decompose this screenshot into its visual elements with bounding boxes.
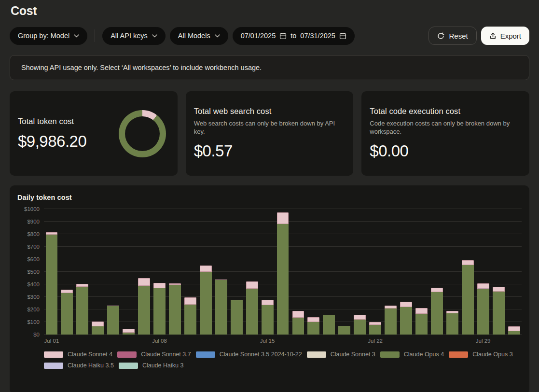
date-start-input[interactable]: 07/01/2025: [241, 32, 276, 40]
bar-jul-25[interactable]: [414, 209, 429, 335]
filter-bar: Group by: Model All API keys All Models …: [10, 27, 529, 45]
bar-jul-18[interactable]: [306, 209, 321, 335]
bar-jul-07[interactable]: [137, 209, 152, 335]
reset-icon: [437, 32, 444, 40]
bar-segment-claude-opus-4: [107, 306, 119, 335]
legend-swatch: [44, 363, 63, 369]
y-tick-label: $0: [33, 332, 40, 337]
date-end-input[interactable]: 07/31/2025: [300, 32, 335, 40]
daily-token-cost-chart: $0$100$200$300$400$500$600$700$800$900$1…: [17, 209, 522, 335]
token-cost-donut-chart[interactable]: [119, 110, 166, 157]
bar-jul-06[interactable]: [121, 209, 137, 335]
bar-jul-10[interactable]: [182, 209, 198, 335]
bar-jul-16[interactable]: [275, 209, 290, 335]
bar-jul-27[interactable]: [444, 209, 460, 335]
bar-segment-claude-sonnet-4: [184, 297, 196, 305]
legend-swatch: [119, 363, 138, 369]
bar-jul-24[interactable]: [399, 209, 414, 335]
bar-segment-claude-opus-4: [277, 224, 289, 335]
legend-label: Claude Opus 3: [472, 351, 512, 358]
x-tick-label: Jul 01: [44, 338, 59, 344]
bar-segment-claude-opus-4: [323, 315, 335, 335]
calendar-icon[interactable]: [339, 32, 346, 40]
plot-area: [44, 209, 522, 335]
x-tick-label: Jul 22: [368, 338, 383, 344]
api-keys-dropdown[interactable]: All API keys: [102, 27, 166, 45]
api-keys-dropdown-label: All API keys: [111, 32, 148, 40]
export-button[interactable]: Export: [481, 27, 529, 45]
bar-jul-17[interactable]: [290, 209, 306, 335]
bar-segment-claude-sonnet-4: [123, 329, 135, 333]
bar-jul-02[interactable]: [59, 209, 75, 335]
models-dropdown[interactable]: All Models: [170, 27, 228, 45]
bar-segment-claude-sonnet-4: [354, 315, 366, 320]
y-tick-label: $300: [27, 294, 40, 300]
bar-segment-claude-opus-4: [493, 292, 505, 335]
bar-jul-23[interactable]: [383, 209, 399, 335]
date-range-picker[interactable]: 07/01/2025 to 07/31/2025: [233, 27, 355, 45]
y-tick-label: $400: [27, 281, 40, 287]
group-by-dropdown[interactable]: Group by: Model: [10, 27, 87, 45]
bar-segment-claude-sonnet-4: [431, 288, 443, 292]
reset-button[interactable]: Reset: [428, 27, 476, 45]
bar-segment-claude-opus-4: [446, 313, 458, 335]
bar-jul-09[interactable]: [167, 209, 183, 335]
x-tick-label: Jul 29: [476, 338, 491, 344]
y-tick-label: $1000: [24, 206, 40, 212]
bar-jul-12[interactable]: [213, 209, 229, 335]
code-execution-cost-description: Code execution costs can only be broken …: [370, 120, 514, 136]
x-tick-label: Jul 15: [260, 338, 275, 344]
bar-segment-claude-opus-4: [169, 285, 181, 335]
legend-label: Claude Sonnet 3: [331, 351, 375, 358]
web-search-cost-value: $0.57: [194, 142, 346, 160]
bar-jul-04[interactable]: [90, 209, 106, 335]
bar-jul-03[interactable]: [75, 209, 90, 335]
y-tick-label: $900: [27, 219, 40, 224]
bar-segment-claude-opus-4: [508, 331, 520, 335]
usage-info-banner-text: Showing API usage only. Select ‘All work…: [21, 64, 262, 71]
bar-jul-26[interactable]: [429, 209, 444, 335]
bar-jul-05[interactable]: [106, 209, 121, 335]
web-search-cost-card: Total web search cost Web search costs c…: [186, 91, 354, 176]
bar-jul-20[interactable]: [337, 209, 352, 335]
legend-item-claude-opus-4: Claude Opus 4: [380, 351, 444, 358]
bar-jul-31[interactable]: [506, 209, 522, 335]
bar-jul-14[interactable]: [244, 209, 260, 335]
y-tick-label: $800: [27, 231, 40, 237]
bar-segment-claude-sonnet-4: [508, 326, 520, 331]
legend-item-claude-opus-3: Claude Opus 3: [449, 351, 512, 358]
bar-segment-claude-sonnet-4: [138, 278, 150, 286]
bar-segment-claude-opus-4: [431, 292, 443, 335]
legend-item-claude-haiku-3: Claude Haiku 3: [119, 362, 183, 369]
bar-segment-claude-sonnet-4: [462, 260, 474, 265]
bar-jul-28[interactable]: [460, 209, 475, 335]
bar-jul-30[interactable]: [491, 209, 506, 335]
bar-jul-11[interactable]: [198, 209, 213, 335]
total-token-cost-value: $9,986.20: [18, 132, 86, 151]
bar-jul-13[interactable]: [229, 209, 244, 335]
total-token-cost-title: Total token cost: [18, 117, 86, 126]
bars-container: [44, 209, 522, 335]
bar-segment-claude-sonnet-4: [400, 302, 412, 307]
y-tick-label: $500: [27, 269, 40, 275]
bar-segment-claude-opus-4: [415, 314, 428, 335]
bar-jul-08[interactable]: [152, 209, 167, 335]
total-token-cost-card: Total token cost $9,986.20: [10, 91, 178, 176]
calendar-icon[interactable]: [279, 32, 287, 40]
bar-jul-21[interactable]: [352, 209, 368, 335]
bar-segment-claude-opus-4: [61, 293, 73, 335]
bar-segment-claude-opus-4: [46, 235, 58, 335]
bar-segment-claude-opus-4: [200, 272, 212, 335]
bar-jul-29[interactable]: [475, 209, 491, 335]
bar-segment-claude-sonnet-4: [61, 290, 73, 293]
bar-jul-19[interactable]: [321, 209, 337, 335]
bar-jul-01[interactable]: [44, 209, 59, 335]
date-range-separator: to: [290, 32, 296, 40]
bar-jul-15[interactable]: [260, 209, 275, 335]
x-tick-label: Jul 08: [152, 338, 167, 344]
bar-segment-claude-opus-4: [262, 305, 274, 335]
bar-jul-22[interactable]: [368, 209, 383, 335]
bar-segment-claude-sonnet-4: [292, 311, 304, 318]
page-title: Cost: [10, 3, 529, 18]
bar-segment-claude-sonnet-4: [493, 287, 505, 292]
